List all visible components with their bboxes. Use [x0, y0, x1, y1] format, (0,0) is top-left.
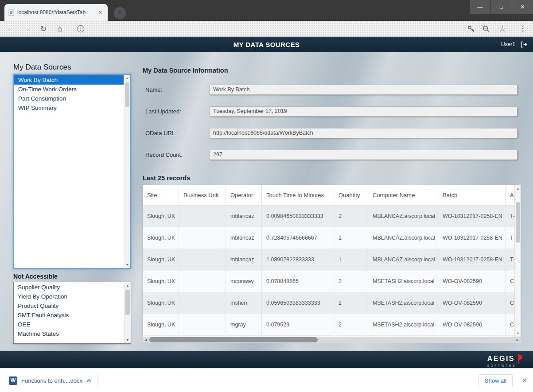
scroll-up-icon[interactable]: ▲ [515, 185, 521, 192]
zoom-icon[interactable] [482, 25, 490, 33]
not-accessible-scrollbar-thumb[interactable] [125, 290, 130, 315]
app-header: MY DATA SOURCES User1 [0, 37, 533, 52]
table-cell: mblancaz [226, 249, 262, 270]
table-cell: MSETASH2.aiscorp.local [368, 292, 438, 314]
favicon-icon [8, 9, 14, 16]
word-doc-icon: W [9, 376, 17, 385]
horizontal-scrollbar-thumb[interactable] [149, 337, 318, 342]
data-source-item[interactable]: WIP Summary [14, 103, 124, 113]
show-all-button[interactable]: Show all [479, 374, 513, 387]
reload-icon[interactable]: ↻ [38, 23, 49, 34]
table-header-row: Site Business Unit Operator Touch Time I… [143, 185, 521, 206]
table-cell: Slough, UK [143, 314, 179, 335]
table-cell: WO-10312017-0258-EN [438, 249, 506, 270]
table-row[interactable]: Slough, UK mblancaz 0.723405746666667 1 … [143, 227, 521, 249]
form-row: OData URL: [145, 128, 517, 138]
nav-left-group: ← → ↻ ⌂ i [5, 21, 84, 37]
not-accessible-item[interactable]: Machine States [14, 329, 124, 338]
scroll-up-icon[interactable]: ▲ [124, 75, 130, 82]
table-row[interactable]: Slough, UK mconway 0.078848865 2 MSETASH… [143, 271, 521, 292]
back-icon[interactable]: ← [5, 23, 16, 34]
sources-scrollbar[interactable]: ▲ ▼ [124, 75, 130, 268]
data-source-item[interactable]: Work By Batch [14, 75, 124, 85]
last-updated-field[interactable] [209, 106, 517, 116]
aegis-logo-subtext: SOFTWARE [487, 364, 523, 367]
not-accessible-scrollbar[interactable]: ▲ ▼ [124, 282, 131, 343]
menu-icon[interactable]: ⋮ [517, 23, 528, 34]
odata-url-field[interactable] [209, 128, 517, 138]
table-cell [179, 314, 226, 335]
download-filename: Functions to enh....docx [21, 377, 82, 384]
logout-icon[interactable] [520, 41, 528, 48]
minimize-button[interactable]: — [470, 0, 490, 14]
scroll-up-icon[interactable]: ▲ [124, 282, 131, 289]
table-cell: mconway [226, 271, 262, 292]
table-cell: MSETASH2.aiscorp.local [368, 314, 438, 335]
records-heading: Last 25 records [143, 175, 190, 182]
data-source-item[interactable]: Part Consumption [14, 94, 124, 103]
table-vertical-scrollbar[interactable]: ▲ ▼ [514, 185, 521, 337]
not-accessible-item[interactable]: Product Quality [14, 301, 124, 310]
new-tab-button[interactable]: + [114, 7, 126, 19]
table-cell: 2 [334, 314, 368, 335]
page-title: MY DATA SOURCES [0, 37, 533, 52]
download-item[interactable]: W Functions to enh....docx [6, 373, 97, 388]
column-header: Site [143, 185, 179, 205]
table-row[interactable]: Slough, UK mgray 0.079529 2 MSETASH2.ais… [143, 314, 521, 336]
name-field[interactable] [209, 85, 517, 95]
tab-title: localhost:8080/#dataSetsTab [17, 9, 93, 16]
home-icon[interactable]: ⌂ [54, 23, 65, 34]
app-footer: AEGIS SOFTWARE [0, 351, 533, 368]
forward-icon[interactable]: → [22, 23, 32, 34]
table-cell: MBLANCAZ.aiscorp.local [368, 206, 438, 227]
page-info-icon[interactable]: i [77, 25, 84, 32]
downloads-close-icon[interactable]: × [522, 376, 527, 385]
column-header: Business Unit [179, 185, 226, 205]
scroll-down-icon[interactable]: ▼ [124, 261, 130, 268]
maximize-button[interactable]: □ [491, 0, 512, 14]
not-accessible-item[interactable]: Supplier Quality [14, 283, 124, 292]
table-cell: WO-OV-082590 [438, 314, 506, 335]
scroll-down-icon[interactable]: ▼ [515, 330, 521, 337]
table-cell [179, 249, 226, 270]
table-cell: MBLANCAZ.aiscorp.local [368, 227, 438, 248]
browser-titlebar: localhost:8080/#dataSetsTab × + — □ × [0, 0, 533, 21]
records-table[interactable]: Site Business Unit Operator Touch Time I… [143, 185, 521, 337]
table-horizontal-scrollbar[interactable]: ◄ ► [143, 337, 521, 343]
browser-tab[interactable]: localhost:8080/#dataSetsTab × [4, 4, 108, 21]
table-cell: 0.723405746666667 [262, 227, 334, 248]
table-scrollbar-thumb[interactable] [516, 202, 520, 243]
my-data-sources-list[interactable]: Work By Batch On-Time Work Orders Part C… [13, 74, 131, 269]
not-accessible-item[interactable]: SMT Fault Analysis [14, 310, 124, 320]
data-source-item[interactable]: On-Time Work Orders [14, 85, 124, 94]
not-accessible-item[interactable]: Yield By Operation [14, 292, 124, 301]
sources-scrollbar-thumb[interactable] [125, 82, 129, 107]
close-button[interactable]: × [512, 0, 533, 14]
table-cell: 2 [334, 292, 368, 314]
table-cell: 2 [334, 271, 368, 292]
table-cell: MBLANCAZ.aiscorp.local [368, 249, 438, 270]
table-row[interactable]: Slough, UK mblancaz 1.08902822833333 1 M… [143, 249, 521, 271]
name-label: Name: [145, 86, 209, 93]
chevron-up-icon[interactable] [86, 379, 92, 382]
table-cell: mgray [226, 314, 262, 335]
scroll-left-icon[interactable]: ◄ [143, 337, 149, 343]
table-cell: MSETASH2.aiscorp.local [368, 271, 438, 292]
record-count-field[interactable] [209, 150, 517, 160]
not-accessible-item[interactable]: OEE [14, 320, 124, 329]
table-cell: Slough, UK [143, 271, 179, 292]
table-row[interactable]: Slough, UK mblancaz 0.00984650833333333 … [143, 206, 521, 227]
bookmark-star-icon[interactable]: ☆ [497, 23, 508, 34]
scroll-right-icon[interactable]: ► [514, 337, 521, 343]
table-cell: WO-OV-082590 [438, 292, 506, 314]
user-label: User1 [501, 37, 515, 52]
table-cell [179, 227, 226, 248]
table-cell [179, 292, 226, 314]
not-accessible-list[interactable]: Supplier Quality Yield By Operation Prod… [13, 282, 131, 344]
key-icon[interactable] [467, 25, 475, 33]
tab-close-icon[interactable]: × [97, 9, 104, 16]
table-row[interactable]: Slough, UK mshen 0.0596503383333333 2 MS… [143, 292, 521, 314]
scroll-down-icon[interactable]: ▼ [124, 337, 131, 343]
info-form: Name: Last Updated: OData URL: Record Co… [145, 84, 517, 171]
table-body: Slough, UK mblancaz 0.00984650833333333 … [143, 206, 521, 336]
